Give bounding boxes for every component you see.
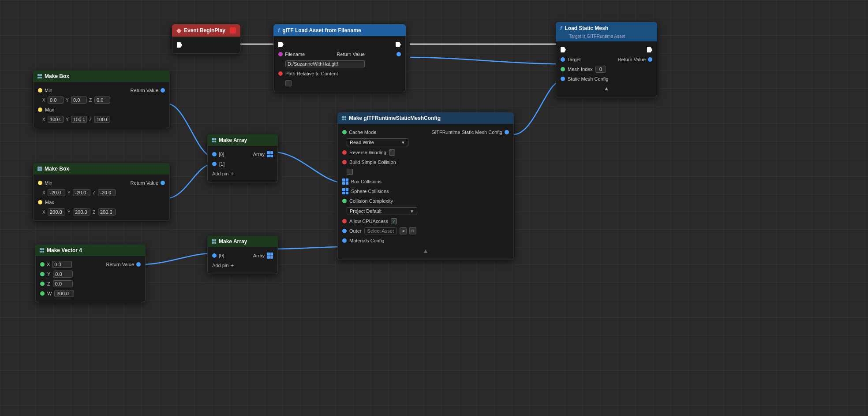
box2-max-row: Max xyxy=(34,197,169,207)
target-label: Target xyxy=(567,57,581,62)
make-array-1-body: [0] Array [1] Add pin + xyxy=(207,146,278,182)
array2-array-label: Array xyxy=(253,253,265,258)
array1-pin0-row: [0] Array xyxy=(208,149,277,159)
outer-select[interactable]: Select Asset xyxy=(364,227,397,234)
reverse-winding-label: Reverse Winding xyxy=(349,150,386,155)
gltf-load-node: f glTF Load Asset from Filename Filename… xyxy=(273,24,406,92)
make-vector4-title: Make Vector 4 xyxy=(47,247,82,253)
box1-return-label: Return Value xyxy=(131,88,158,93)
config-sphere-collisions-row: Sphere Collisions xyxy=(338,186,513,196)
box1-max-x[interactable] xyxy=(48,116,64,123)
outer-btn-dot[interactable]: ⊙ xyxy=(409,227,416,234)
box1-max-label: Max xyxy=(45,107,54,112)
make-box-2-node: Make Box Min Return Value X Y Z Max xyxy=(33,163,170,221)
box2-max-xyz: X Y Z xyxy=(42,208,116,215)
reverse-winding-checkbox[interactable] xyxy=(389,149,395,156)
vec4-w-label: W xyxy=(47,291,52,296)
outer-pin xyxy=(342,229,347,233)
box2-max-y[interactable] xyxy=(73,208,90,215)
event-begin-play-body xyxy=(172,37,240,54)
box1-min-label: Min xyxy=(45,88,52,93)
materials-config-pin xyxy=(342,238,347,243)
vec4-z-input[interactable] xyxy=(53,280,73,287)
box2-min-z[interactable] xyxy=(98,189,116,196)
gltf-return-label: GlTFRuntime Static Mesh Config xyxy=(431,130,502,135)
box1-max-xyz: X Y Z xyxy=(42,116,110,123)
array1-pin0 xyxy=(212,152,217,156)
vec4-w-input[interactable] xyxy=(54,290,74,297)
vec4-x-row: X Return Value xyxy=(36,260,145,269)
func-icon2: f xyxy=(560,25,562,31)
diamond-icon: ◆ xyxy=(176,27,181,34)
expand-arrow: ▲ xyxy=(604,85,609,92)
array1-pin1-row: [1] xyxy=(208,159,277,169)
box1-max-y[interactable] xyxy=(71,116,87,123)
vec4-y-input[interactable] xyxy=(53,271,73,278)
build-collision-checkbox[interactable] xyxy=(347,169,353,175)
array1-array-label: Array xyxy=(253,152,265,157)
box1-max-z[interactable] xyxy=(94,116,110,123)
box1-max-xyz-row: X Y Z xyxy=(34,115,169,124)
vec4-x-label: X xyxy=(47,262,50,267)
mesh-index-pin xyxy=(561,67,565,71)
vec4-w-row: W xyxy=(36,289,145,298)
load-exec-row xyxy=(556,45,657,55)
gltf-load-title: glTF Load Asset from Filename xyxy=(282,27,361,33)
grid-icon-6 xyxy=(342,116,346,120)
make-box-2-title: Make Box xyxy=(45,166,69,172)
box2-max-label: Max xyxy=(45,200,54,205)
collision-complexity-dropdown[interactable]: Project Default ▼ xyxy=(347,207,417,215)
array1-add-pin-row[interactable]: Add pin + xyxy=(208,169,277,178)
make-config-node: Make glTFRuntimeStaticMeshConfig Cache M… xyxy=(337,112,514,260)
box1-min-xyz-row: X Y Z xyxy=(34,95,169,105)
array1-pin1 xyxy=(212,162,217,166)
make-box-2-body: Min Return Value X Y Z Max X Y Z xyxy=(33,175,170,221)
cache-mode-dropdown[interactable]: Read Write ▼ xyxy=(347,138,408,146)
box2-max-xyz-row: X Y Z xyxy=(34,207,169,217)
path-relative-label: Path Relative to Content xyxy=(285,71,338,76)
vec4-x-input[interactable] xyxy=(52,261,72,268)
vec4-return-label: Return Value xyxy=(106,262,134,267)
box1-min-y[interactable] xyxy=(71,97,87,104)
scroll-indicator: ▲ xyxy=(338,245,513,256)
box2-max-z[interactable] xyxy=(98,208,116,215)
config-cache-mode-dropdown-row: Read Write ▼ xyxy=(338,137,513,148)
config-reverse-winding-row: Reverse Winding xyxy=(338,148,513,157)
allow-cpu-pin xyxy=(342,219,347,223)
path-checkbox[interactable] xyxy=(285,80,292,86)
grid-icon-5 xyxy=(40,248,44,253)
gltf-load-header: f glTF Load Asset from Filename xyxy=(273,24,406,36)
make-config-body: Cache Mode GlTFRuntime Static Mesh Confi… xyxy=(337,124,514,260)
filename-pin xyxy=(278,52,283,56)
gltf-load-body: Filename Return Value Path Relative to C… xyxy=(273,36,406,92)
box2-min-y[interactable] xyxy=(73,189,90,196)
array2-pin0 xyxy=(212,253,217,258)
config-build-collision-row: Build Simple Collision xyxy=(338,157,513,167)
vec4-z-row: Z xyxy=(36,279,145,289)
reverse-winding-pin xyxy=(342,150,347,155)
make-box-1-node: Make Box Min Return Value X Y Z Max xyxy=(33,71,170,128)
make-array-2-node: Make Array [0] Array Add pin + xyxy=(207,236,278,274)
cache-mode-label: Cache Mode xyxy=(349,130,376,135)
filename-input[interactable] xyxy=(285,60,365,67)
load-static-mesh-title: Load Static Mesh xyxy=(565,25,608,31)
box2-max-x[interactable] xyxy=(48,208,65,215)
exec-out-row xyxy=(172,40,240,50)
load-return-pin xyxy=(648,57,652,62)
box1-min-row: Min Return Value xyxy=(34,85,169,95)
config-allow-cpu-row: Allow CPUAccess xyxy=(338,216,513,226)
return-value-label: Return Value xyxy=(337,52,364,57)
make-array-2-body: [0] Array Add pin + xyxy=(207,247,278,274)
box1-min-z[interactable] xyxy=(94,97,110,104)
box1-min-x[interactable] xyxy=(48,97,64,104)
gltf-exec-row xyxy=(274,40,405,49)
outer-label: Outer xyxy=(349,228,362,234)
array2-add-pin-row[interactable]: Add pin + xyxy=(208,260,277,270)
box2-min-x[interactable] xyxy=(48,189,65,196)
outer-btn-back[interactable]: ◄ xyxy=(400,227,407,234)
collision-complexity-label: Collision Complexity xyxy=(349,198,393,204)
allow-cpu-checkbox[interactable] xyxy=(391,218,397,224)
make-box-1-title: Make Box xyxy=(45,73,69,79)
plus-icon-2: + xyxy=(230,262,234,269)
static-mesh-config-pin xyxy=(561,77,565,81)
